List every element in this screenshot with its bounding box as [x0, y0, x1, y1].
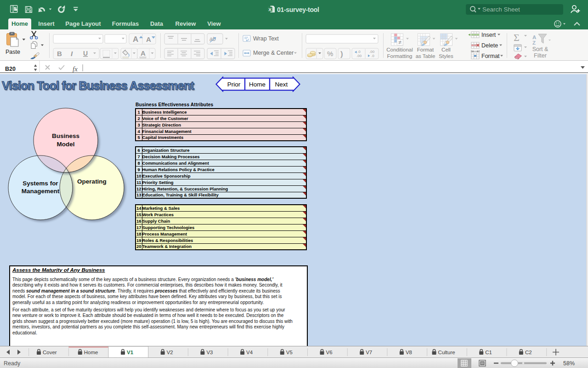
svg-text:Insert: Insert — [481, 32, 496, 38]
svg-text:Business: Business — [52, 132, 79, 139]
svg-text:Merge & Center: Merge & Center — [253, 50, 294, 56]
svg-text:58%: 58% — [563, 360, 575, 367]
svg-text:Management: Management — [22, 188, 60, 195]
svg-text:Prior: Prior — [227, 81, 241, 88]
svg-text:C2: C2 — [525, 350, 532, 355]
svg-text:Model: Model — [57, 141, 75, 148]
svg-text:A: A — [141, 49, 146, 57]
svg-text:Format: Format — [417, 47, 434, 52]
svg-text:≠: ≠ — [398, 39, 401, 46]
svg-text:V6: V6 — [326, 350, 333, 355]
svg-text:ab: ab — [209, 36, 216, 42]
svg-text:.00: .00 — [369, 50, 375, 54]
svg-text:Sort &: Sort & — [532, 46, 548, 52]
svg-text:as Table: as Table — [416, 53, 435, 59]
svg-text:B20: B20 — [5, 66, 16, 72]
svg-text:): ) — [340, 50, 343, 58]
svg-text:A: A — [133, 35, 138, 44]
svg-text:V1: V1 — [127, 350, 134, 355]
svg-text:A: A — [146, 35, 151, 43]
svg-text:V8: V8 — [406, 350, 412, 355]
svg-text:Systems for: Systems for — [23, 180, 58, 187]
svg-text:Cover: Cover — [43, 350, 57, 355]
svg-text:Conditional: Conditional — [386, 47, 413, 52]
svg-text:B: B — [57, 50, 62, 58]
svg-text:V3: V3 — [206, 350, 213, 355]
svg-text:Home: Home — [249, 81, 266, 88]
svg-text:V2: V2 — [167, 350, 173, 355]
svg-text:.00: .00 — [356, 54, 362, 58]
svg-text:Σ: Σ — [514, 32, 520, 43]
svg-text:Styles: Styles — [439, 53, 453, 59]
svg-text:Search Sheet: Search Sheet — [482, 6, 520, 13]
svg-text:.0: .0 — [357, 50, 361, 54]
svg-text:C1: C1 — [485, 350, 492, 355]
svg-text:V7: V7 — [366, 350, 372, 355]
svg-text:V5: V5 — [286, 350, 293, 355]
svg-text:Cell: Cell — [441, 47, 451, 52]
svg-text:X: X — [269, 7, 272, 12]
svg-text:Home: Home — [84, 350, 98, 355]
svg-text:U: U — [83, 50, 88, 57]
svg-text:Ready: Ready — [4, 360, 21, 367]
svg-text:%: % — [327, 50, 333, 58]
svg-text:Next: Next — [275, 81, 288, 88]
svg-text:Culture: Culture — [438, 350, 455, 355]
svg-text:Formatting: Formatting — [387, 53, 413, 59]
svg-text:Format: Format — [481, 53, 500, 59]
svg-text:.0: .0 — [371, 54, 374, 58]
svg-text:A: A — [532, 34, 536, 40]
svg-text:Filter: Filter — [534, 52, 547, 59]
svg-text:fx: fx — [73, 65, 78, 73]
svg-text:Wrap Text: Wrap Text — [253, 35, 279, 42]
svg-text:Operating: Operating — [77, 178, 107, 185]
svg-text:Delete: Delete — [481, 42, 498, 49]
svg-text:Z: Z — [532, 40, 536, 46]
svg-text:01-survey-tool: 01-survey-tool — [277, 6, 319, 13]
svg-text:Paste: Paste — [6, 49, 20, 55]
svg-text:V4: V4 — [246, 350, 253, 355]
